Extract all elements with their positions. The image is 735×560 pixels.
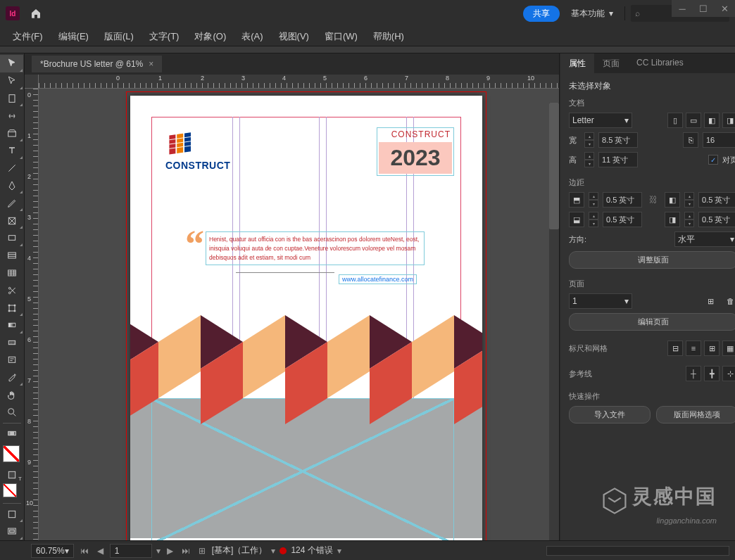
close-button[interactable]: ✕ — [714, 0, 735, 17]
hand-tool[interactable] — [0, 386, 23, 404]
geometric-band[interactable] — [130, 315, 482, 408]
guides-lock-icon[interactable]: ╋ — [704, 366, 720, 381]
page-field[interactable]: 1 — [110, 544, 152, 558]
close-tab-icon[interactable]: × — [149, 59, 153, 69]
menu-layout[interactable]: 版面(L) — [97, 28, 141, 45]
error-count-label[interactable]: 124 个错误 — [291, 545, 332, 556]
link-margins-icon[interactable]: ⛓ — [649, 195, 658, 205]
table-tool-1[interactable] — [0, 247, 23, 265]
color-theme-tool[interactable] — [0, 425, 23, 443]
ruler-vertical[interactable]: 01234567891011 — [25, 89, 39, 540]
width-input[interactable] — [598, 132, 638, 148]
statusbar-scrollbar-h[interactable] — [546, 546, 729, 556]
table-tool-2[interactable] — [0, 265, 23, 282]
zoom-field[interactable]: 60.75% ▾ — [31, 544, 74, 558]
page-artboard[interactable]: CONSTRUCT CONSTRUCT 2023 “ Henist, quatu… — [130, 96, 482, 540]
home-button[interactable] — [25, 5, 46, 22]
menu-type[interactable]: 文字(T) — [142, 28, 187, 45]
tab-properties[interactable]: 属性 — [560, 53, 594, 73]
grid-options-button[interactable]: 版面网格选项 — [656, 406, 735, 424]
guides-show-icon[interactable]: ┼ — [686, 366, 701, 381]
menu-table[interactable]: 表(A) — [234, 28, 270, 45]
document-tab[interactable]: *Brochure US letter @ 61% × — [32, 56, 162, 72]
doc-grid-icon[interactable]: ⊞ — [704, 341, 720, 356]
ruler-horizontal[interactable]: 012345678910 — [39, 75, 559, 89]
menu-view[interactable]: 视图(V) — [272, 28, 316, 45]
margin-right-input[interactable] — [698, 212, 735, 227]
canvas[interactable]: CONSTRUCT CONSTRUCT 2023 “ Henist, quatu… — [39, 89, 559, 540]
width-down[interactable]: ▾ — [584, 140, 594, 148]
logo-block[interactable]: CONSTRUCT — [165, 131, 250, 171]
page-preset-select[interactable]: Letter▾ — [569, 113, 632, 128]
gap-tool[interactable] — [0, 107, 23, 125]
width-up[interactable]: ▴ — [584, 132, 594, 140]
url-text[interactable]: www.allocatefinance.com — [339, 274, 417, 284]
format-container-icon[interactable]: T — [0, 466, 23, 484]
prev-page-icon[interactable]: ◀ — [95, 546, 106, 556]
menu-file[interactable]: 文件(F) — [6, 28, 50, 45]
binding-ltr-icon[interactable]: ◧ — [704, 113, 720, 128]
orientation-select[interactable]: 水平▾ — [674, 231, 735, 247]
quote-block[interactable]: “ Henist, quatur aut officia con is the … — [185, 231, 425, 265]
spread-view-icon[interactable]: ⊞ — [196, 546, 208, 556]
margin-bottom-input[interactable] — [603, 212, 642, 227]
type-tool[interactable] — [0, 142, 23, 160]
rectangle-frame-tool[interactable] — [0, 212, 23, 229]
selection-tool[interactable] — [0, 55, 23, 72]
orientation-portrait-icon[interactable]: ▯ — [667, 113, 683, 128]
eyedropper-tool[interactable] — [0, 369, 23, 386]
layout-grid-icon[interactable]: ▦ — [722, 341, 735, 356]
orientation-landscape-icon[interactable]: ▭ — [686, 113, 701, 128]
height-up[interactable]: ▴ — [584, 152, 594, 160]
adjust-layout-button[interactable]: 调整版面 — [569, 251, 735, 269]
canvas-scrollbar-vertical[interactable] — [549, 103, 559, 540]
smart-guides-icon[interactable]: ⊹ — [722, 366, 735, 381]
binding-rtl-icon[interactable]: ◨ — [722, 113, 735, 128]
zoom-tool[interactable] — [0, 404, 23, 421]
share-button[interactable]: 共享 — [523, 6, 560, 22]
new-page-icon[interactable]: ⊞ — [703, 293, 718, 309]
menu-help[interactable]: 帮助(H) — [366, 28, 411, 45]
pages-count-input[interactable] — [703, 132, 735, 148]
gradient-swatch-tool[interactable] — [0, 317, 23, 334]
height-down[interactable]: ▾ — [584, 160, 594, 167]
free-transform-tool[interactable] — [0, 299, 23, 317]
fill-stroke-swatch[interactable] — [3, 445, 21, 464]
facing-pages-checkbox[interactable]: ✓ — [708, 155, 718, 165]
tab-cc-libraries[interactable]: CC Libraries — [628, 53, 692, 73]
import-file-button[interactable]: 导入文件 — [569, 406, 651, 424]
note-tool[interactable] — [0, 352, 23, 369]
rulers-toggle-icon[interactable]: ⊟ — [667, 341, 683, 356]
view-mode-normal[interactable] — [0, 505, 23, 523]
height-input[interactable] — [598, 152, 638, 167]
gradient-feather-tool[interactable] — [0, 334, 23, 352]
ruler-origin[interactable] — [25, 75, 39, 89]
error-indicator-icon[interactable] — [279, 547, 287, 554]
first-page-icon[interactable]: ⏮ — [78, 546, 91, 556]
edit-pages-button[interactable]: 编辑页面 — [569, 313, 735, 331]
last-page-icon[interactable]: ⏭ — [180, 546, 192, 556]
margin-top-input[interactable] — [603, 192, 642, 208]
view-mode-preview[interactable] — [0, 523, 23, 540]
next-page-icon[interactable]: ▶ — [165, 546, 175, 556]
pencil-tool[interactable] — [0, 194, 23, 212]
pen-tool[interactable] — [0, 177, 23, 195]
delete-page-icon[interactable]: 🗑 — [722, 293, 735, 309]
year-block[interactable]: CONSTRUCT 2023 — [377, 127, 454, 176]
scissors-tool[interactable] — [0, 281, 23, 299]
tab-pages[interactable]: 页面 — [594, 53, 628, 73]
menu-object[interactable]: 对象(O) — [187, 28, 233, 45]
page-number-select[interactable]: 1▾ — [569, 293, 632, 309]
direct-selection-tool[interactable] — [0, 72, 23, 90]
layer-label[interactable]: [基本]（工作） — [212, 545, 268, 556]
rectangle-tool[interactable] — [0, 229, 23, 247]
page-tool[interactable] — [0, 90, 23, 108]
margin-left-input[interactable] — [698, 192, 735, 208]
apply-none-swatch[interactable] — [3, 483, 21, 499]
workspace-selector[interactable]: 基本功能▾ — [565, 8, 619, 20]
baseline-grid-icon[interactable]: ≡ — [686, 341, 701, 356]
maximize-button[interactable]: ☐ — [693, 0, 714, 17]
line-tool[interactable] — [0, 160, 23, 177]
content-collector-tool[interactable] — [0, 125, 23, 142]
minimize-button[interactable]: ─ — [672, 0, 693, 17]
